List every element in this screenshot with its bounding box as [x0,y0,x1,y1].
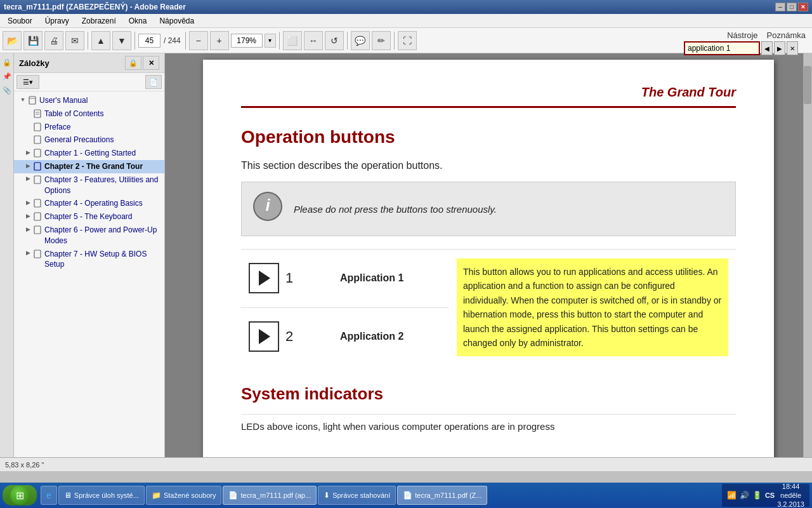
toolbar-fullscreen-button[interactable]: ⛶ [398,31,417,50]
notes-link[interactable]: Poznámka [767,30,806,40]
search-next-button[interactable]: ▶ [774,41,785,55]
app1-button-icon [249,263,279,293]
app2-icon-cell: 2 [241,307,332,365]
warning-text: Please do not press the buttons too stre… [294,204,497,215]
panel-icon-2[interactable]: 📌 [1,70,13,83]
svg-rect-7 [34,149,41,157]
bookmarks-lock-button[interactable]: 🔒 [125,56,141,70]
bookmark-chapter7[interactable]: ▶ Chapter 7 - HW Setup & BIOS Setup [14,248,164,272]
svg-text:i: i [265,196,270,215]
search-input[interactable] [684,41,760,55]
tray-language[interactable]: CS [765,491,775,499]
bookmark-icon-precautions [33,135,42,144]
svg-rect-12 [34,226,41,234]
tray-network-icon[interactable]: 📶 [727,490,737,500]
toolbar-rotate-button[interactable]: ↺ [325,31,344,50]
app1-label: Application 1 [340,272,442,284]
tools-link[interactable]: Nástroje [727,30,757,40]
expand-icon: ▶ [24,149,32,156]
zoom-input[interactable] [231,34,263,48]
vertical-scrollbar[interactable] [803,53,812,457]
svg-rect-5 [34,123,41,131]
zoom-dropdown-button[interactable]: ▾ [265,34,276,48]
bookmark-chapter4[interactable]: ▶ Chapter 4 - Operating Basics [14,197,164,210]
taskbar-item-downloads[interactable]: 📁 Stažené soubory [146,486,222,505]
tray-time: 18:44 neděle 3.2.2013 [777,482,804,508]
bookmark-icon-users-manual [28,96,37,105]
system-tray: 📶 🔊 🔋 CS 18:44 neděle 3.2.2013 [722,484,809,507]
toolbar-zoom-out-button[interactable]: − [189,31,208,50]
toolbar-separator1 [88,32,88,50]
tray-power-icon[interactable]: 🔋 [752,490,763,500]
toolbar-open-button[interactable]: 📂 [3,31,22,50]
info-icon: i [252,190,284,228]
bookmarks-toolbar: ☰▾ 📄 [14,73,164,91]
start-button[interactable]: ⊞ [3,485,37,505]
toolbar-comment-button[interactable]: 💬 [351,31,370,50]
toolbar-prev-page-button[interactable]: ▲ [91,31,110,50]
taskbar-item-adobe-z[interactable]: 📄 tecra_m7111.pdf (Z... [397,486,487,505]
bookmark-label-ch4: Chapter 4 - Operating Basics [44,198,162,209]
bookmarks-menu-button[interactable]: ☰▾ [16,75,39,89]
downloads-icon: 📁 [152,491,161,500]
minimize-button[interactable]: ─ [775,3,785,11]
taskbar-item-task-manager[interactable]: 🖥 Správce úloh systé... [58,486,145,505]
bookmark-chapter6[interactable]: ▶ Chapter 6 - Power and Power-Up Modes [14,224,164,248]
status-coordinates: 5,83 x 8,26 " [5,461,44,469]
bookmarks-page-button[interactable]: 📄 [145,75,162,89]
menu-okna[interactable]: Okna [124,15,152,27]
bookmark-icon-ch6 [33,225,42,234]
toolbar-fit-page-button[interactable]: ⬜ [283,31,302,50]
taskbar-item-download-manager[interactable]: ⬇ Správce stahování [318,486,396,505]
bookmark-preface[interactable]: Preface [14,121,164,134]
bookmark-label-ch3: Chapter 3 - Features, Utilities and Opti… [44,175,162,196]
bookmarks-close-button[interactable]: ✕ [143,56,159,70]
toolbar-email-button[interactable]: ✉ [65,31,84,50]
menu-zobrazeni[interactable]: Zobrazení [77,15,121,27]
toolbar-next-page-button[interactable]: ▼ [112,31,131,50]
panel-icon-3[interactable]: 📎 [1,84,13,97]
bookmark-icon-preface [33,123,42,131]
bookmarks-panel: Záložky 🔒 ✕ ☰▾ 📄 ▼ User's Manual Table o… [14,53,165,457]
toolbar-save-button[interactable]: 💾 [23,31,43,50]
taskbar-item-adobe-ap[interactable]: 📄 tecra_m7111.pdf (ap... [223,486,317,505]
app1-icon-cell: 1 [241,250,332,308]
bookmark-chapter1[interactable]: ▶ Chapter 1 - Getting Started [14,147,164,160]
bookmark-chapter3[interactable]: ▶ Chapter 3 - Features, Utilities and Op… [14,173,164,197]
menu-soubor[interactable]: Soubor [3,15,37,27]
search-prev-button[interactable]: ◀ [761,41,773,55]
ie-icon: e [46,490,51,500]
tray-volume-icon[interactable]: 🔊 [740,490,750,500]
maximize-button[interactable]: □ [787,3,797,11]
warning-box: i Please do not press the buttons too st… [241,182,736,236]
bookmark-table-of-contents[interactable]: Table of Contents [14,107,164,121]
bookmark-label-precautions: General Precautions [44,135,162,145]
expand-icon: ▶ [24,162,32,170]
taskbar-item-ie[interactable]: e [41,486,57,505]
bookmarks-list: ▼ User's Manual Table of Contents Prefac… [14,91,164,457]
expand-icon: ▶ [24,199,32,206]
menu-napoveda[interactable]: Nápověda [154,15,199,27]
expand-icon [24,109,32,117]
menu-upravy[interactable]: Úpravy [40,15,74,27]
arrow1-icon [254,268,274,288]
bookmark-general-precautions[interactable]: General Precautions [14,133,164,147]
toolbar-fit-width-button[interactable]: ↔ [304,31,323,50]
left-panel-icons: 🔒 📌 📎 [0,53,14,457]
expand-icon: ▶ [24,175,32,183]
close-button[interactable]: ✕ [798,3,808,11]
svg-rect-11 [34,213,41,220]
bookmark-label-users-manual: User's Manual [39,95,162,106]
task-manager-icon: 🖥 [64,491,72,500]
bookmark-users-manual[interactable]: ▼ User's Manual [14,94,164,107]
search-close-button[interactable]: ✕ [787,41,798,55]
page-number-input[interactable] [138,34,160,48]
toolbar-print-button[interactable]: 🖨 [44,31,63,50]
toolbar-markup-button[interactable]: ✏ [372,31,391,50]
arrow2-icon [254,326,274,347]
bookmark-chapter2[interactable]: ▶ Chapter 2 - The Grand Tour [14,160,164,173]
pdf-viewer: The Grand Tour Operation buttons This se… [165,53,812,457]
toolbar-zoom-in-button[interactable]: + [210,31,229,50]
bookmark-chapter5[interactable]: ▶ Chapter 5 - The Keyboard [14,210,164,224]
panel-icon-1[interactable]: 🔒 [1,56,13,69]
